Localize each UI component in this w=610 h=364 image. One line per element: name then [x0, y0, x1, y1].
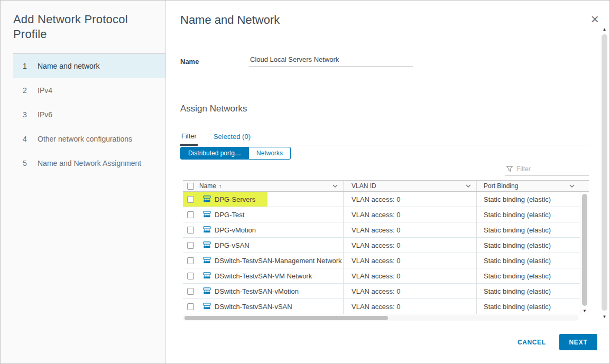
table-row[interactable]: DSwitch-TestvSAN-Management Network VLAN…: [183, 253, 580, 268]
dialog-title: Add Network Protocol Profile: [1, 1, 165, 41]
scroll-up-icon[interactable]: ▲: [600, 27, 608, 32]
portgroup-name: DSwitch-TestvSAN-vMotion: [215, 287, 299, 295]
portgroup-name: DPG-Test: [215, 211, 244, 219]
row-checkbox[interactable]: [187, 211, 194, 218]
row-checkbox[interactable]: [187, 273, 194, 279]
table-row[interactable]: DSwitch-TestvSAN-vSAN VLAN access: 0 Sta…: [183, 299, 580, 314]
step-number: 2: [23, 86, 30, 95]
table-horizontal-scrollbar[interactable]: [183, 315, 579, 321]
table-row[interactable]: DSwitch-TestvSAN-vMotion VLAN access: 0 …: [183, 284, 580, 299]
portgroup-name: DPG-vSAN: [215, 241, 249, 249]
distributed-portgroup-icon: [203, 241, 211, 249]
column-menu-chevron-icon[interactable]: [332, 184, 338, 188]
distributed-portgroup-icon: [203, 226, 211, 234]
name-field[interactable]: [249, 52, 413, 67]
row-checkbox-cell: [183, 268, 199, 283]
select-all-checkbox[interactable]: [187, 183, 194, 190]
table-row[interactable]: DSwitch-TestvSAN-VM Network VLAN access:…: [183, 268, 580, 284]
row-checkbox[interactable]: [187, 257, 194, 264]
step-number: 5: [23, 159, 30, 167]
column-header-name[interactable]: Name ↑: [199, 181, 343, 191]
table-header: Name ↑ VLAN ID Port Binding: [183, 180, 589, 192]
vlan-id-value: VLAN access: 0: [343, 207, 476, 222]
vlan-id-value: VLAN access: 0: [343, 222, 476, 237]
vlan-id-value: VLAN access: 0: [343, 253, 476, 268]
row-name-cell: DPG-Test: [199, 207, 343, 222]
step-number: 4: [23, 135, 30, 143]
row-checkbox-cell: [183, 299, 199, 314]
table-row[interactable]: DPG-Servers VLAN access: 0 Static bindin…: [183, 192, 580, 207]
step-ipv6[interactable]: 3 IPv6: [13, 102, 165, 127]
dialog-vertical-scrollbar[interactable]: ▲ ▼: [600, 27, 608, 319]
port-binding-value: Static binding (elastic): [476, 207, 580, 222]
row-checkbox[interactable]: [187, 196, 194, 203]
table-row[interactable]: DPG-vMotion VLAN access: 0 Static bindin…: [183, 222, 580, 238]
port-binding-value: Static binding (elastic): [476, 222, 580, 237]
filter-input[interactable]: [516, 165, 580, 173]
row-checkbox[interactable]: [187, 227, 194, 234]
portgroup-name: DSwitch-TestvSAN-VM Network: [215, 272, 312, 280]
port-binding-value: Static binding (elastic): [476, 192, 580, 207]
table-row[interactable]: DPG-vSAN VLAN access: 0 Static binding (…: [183, 238, 580, 253]
row-name-cell: DSwitch-TestvSAN-vSAN: [199, 299, 343, 314]
name-field-label: Name: [180, 58, 199, 66]
step-ipv4[interactable]: 2 IPv4: [13, 78, 165, 102]
row-checkbox-cell: [183, 222, 199, 237]
step-number: 1: [23, 62, 30, 70]
close-icon[interactable]: ×: [591, 12, 599, 26]
vlan-id-value: VLAN access: 0: [343, 268, 476, 283]
table-vertical-scrollbar[interactable]: ▼: [580, 192, 589, 314]
scroll-down-icon[interactable]: ▼: [580, 309, 589, 314]
row-name-cell: DPG-vMotion: [199, 222, 343, 237]
distributed-portgroup-icon: [203, 303, 211, 310]
row-name-cell: DSwitch-TestvSAN-Management Network: [199, 253, 343, 268]
column-menu-chevron-icon[interactable]: [466, 184, 471, 188]
column-header-vlan-id[interactable]: VLAN ID: [343, 181, 476, 191]
table-row[interactable]: DPG-Test VLAN access: 0 Static binding (…: [183, 207, 580, 222]
assign-networks-tabs: Filter Selected (0): [180, 130, 589, 145]
row-checkbox-cell: [183, 192, 199, 207]
port-binding-value: Static binding (elastic): [476, 238, 580, 253]
networks-toggle[interactable]: Networks: [249, 147, 291, 160]
row-checkbox[interactable]: [187, 303, 194, 310]
scrollbar-thumb[interactable]: [602, 34, 607, 311]
row-checkbox[interactable]: [187, 288, 194, 295]
step-name-and-network-assignment[interactable]: 5 Name and Network Assignment: [13, 151, 165, 175]
vlan-id-value: VLAN access: 0: [343, 238, 476, 253]
scrollbar-thumb[interactable]: [184, 316, 388, 320]
port-binding-value: Static binding (elastic): [476, 284, 580, 298]
row-name-cell: DSwitch-TestvSAN-vMotion: [199, 284, 343, 298]
row-checkbox[interactable]: [187, 242, 194, 249]
tab-filter[interactable]: Filter: [180, 130, 198, 146]
vlan-id-value: VLAN access: 0: [343, 299, 476, 314]
table-body: DPG-Servers VLAN access: 0 Static bindin…: [183, 192, 589, 314]
step-label: Name and network: [38, 62, 100, 70]
header-checkbox-cell: [183, 183, 199, 190]
wizard-steps: 1 Name and network 2 IPv4 3 IPv6 4 Other…: [13, 53, 165, 175]
row-name-cell: DSwitch-TestvSAN-VM Network: [199, 268, 343, 283]
step-label: Name and Network Assignment: [38, 159, 141, 167]
step-label: IPv6: [38, 110, 52, 119]
tab-selected[interactable]: Selected (0): [212, 130, 252, 145]
next-button[interactable]: NEXT: [559, 334, 597, 350]
distributed-portgroup-icon: [203, 272, 211, 279]
distributed-portgroups-toggle[interactable]: Distributed portg…: [180, 147, 249, 160]
row-checkbox-cell: [183, 253, 199, 268]
port-binding-value: Static binding (elastic): [476, 253, 580, 268]
portgroup-name: DPG-vMotion: [215, 226, 256, 234]
cancel-button[interactable]: CANCEL: [517, 334, 546, 350]
scrollbar-thumb[interactable]: [582, 194, 587, 306]
table-filter: [505, 164, 589, 176]
assign-networks-heading: Assign Networks: [180, 104, 247, 114]
scroll-down-icon[interactable]: ▼: [600, 314, 608, 319]
distributed-portgroup-icon: [203, 287, 211, 295]
vlan-id-value: VLAN access: 0: [343, 284, 476, 298]
step-number: 3: [23, 110, 30, 119]
vlan-id-value: VLAN access: 0: [343, 192, 476, 207]
port-binding-value: Static binding (elastic): [476, 268, 580, 283]
step-name-and-network[interactable]: 1 Name and network: [13, 54, 165, 78]
distributed-portgroup-icon: [203, 211, 211, 218]
column-menu-chevron-icon[interactable]: [569, 184, 575, 188]
step-other-network-configurations[interactable]: 4 Other network configurations: [13, 127, 165, 151]
column-header-port-binding[interactable]: Port Binding: [476, 181, 580, 191]
